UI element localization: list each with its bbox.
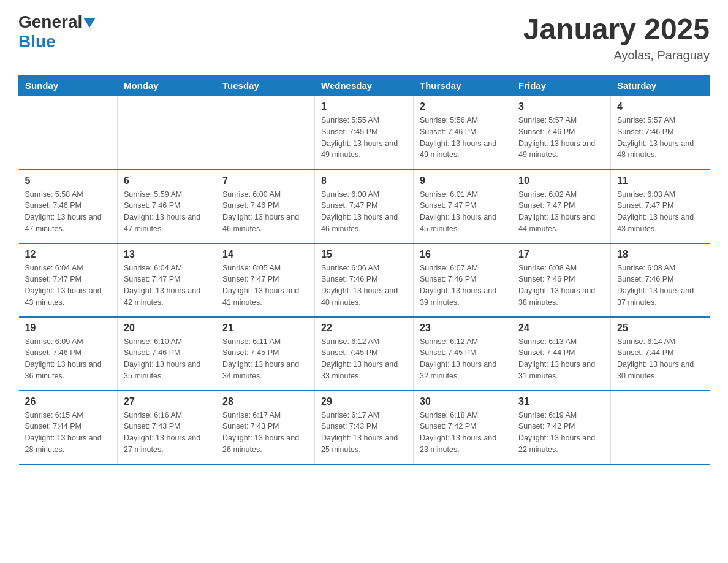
day-number: 26 (25, 396, 112, 407)
day-info: Sunrise: 5:57 AM Sunset: 7:46 PM Dayligh… (518, 115, 604, 161)
calendar-cell: 30Sunrise: 6:18 AM Sunset: 7:42 PM Dayli… (414, 391, 512, 464)
calendar-cell: 4Sunrise: 5:57 AM Sunset: 7:46 PM Daylig… (611, 96, 710, 170)
title-block: January 2025 Ayolas, Paraguay (523, 12, 710, 63)
calendar-cell: 15Sunrise: 6:06 AM Sunset: 7:46 PM Dayli… (315, 243, 414, 317)
calendar-cell: 26Sunrise: 6:15 AM Sunset: 7:44 PM Dayli… (19, 391, 118, 464)
header-sunday: Sunday (19, 75, 118, 96)
day-info: Sunrise: 6:03 AM Sunset: 7:47 PM Dayligh… (617, 189, 703, 235)
day-number: 7 (222, 175, 308, 186)
header-friday: Friday (512, 75, 611, 96)
calendar-cell: 25Sunrise: 6:14 AM Sunset: 7:44 PM Dayli… (611, 317, 710, 391)
header-saturday: Saturday (611, 75, 710, 96)
day-number: 18 (617, 249, 703, 260)
day-info: Sunrise: 6:08 AM Sunset: 7:46 PM Dayligh… (617, 262, 703, 308)
day-info: Sunrise: 6:01 AM Sunset: 7:47 PM Dayligh… (420, 189, 506, 235)
day-number: 27 (124, 396, 210, 407)
day-number: 16 (420, 249, 506, 260)
day-info: Sunrise: 6:17 AM Sunset: 7:43 PM Dayligh… (222, 410, 308, 456)
day-info: Sunrise: 5:56 AM Sunset: 7:46 PM Dayligh… (420, 115, 506, 161)
page-header: General Blue January 2025 Ayolas, Paragu… (18, 12, 710, 63)
week-row-5: 26Sunrise: 6:15 AM Sunset: 7:44 PM Dayli… (19, 391, 710, 464)
calendar-header-row: SundayMondayTuesdayWednesdayThursdayFrid… (19, 75, 710, 96)
day-info: Sunrise: 6:09 AM Sunset: 7:46 PM Dayligh… (25, 336, 112, 382)
calendar-cell: 8Sunrise: 6:00 AM Sunset: 7:47 PM Daylig… (315, 170, 414, 243)
day-info: Sunrise: 6:15 AM Sunset: 7:44 PM Dayligh… (25, 410, 112, 456)
calendar-cell: 24Sunrise: 6:13 AM Sunset: 7:44 PM Dayli… (512, 317, 611, 391)
day-number: 24 (518, 323, 604, 334)
day-info: Sunrise: 6:14 AM Sunset: 7:44 PM Dayligh… (617, 336, 703, 382)
header-wednesday: Wednesday (315, 75, 414, 96)
calendar-cell: 27Sunrise: 6:16 AM Sunset: 7:43 PM Dayli… (118, 391, 216, 464)
calendar-cell: 9Sunrise: 6:01 AM Sunset: 7:47 PM Daylig… (414, 170, 512, 243)
day-number: 21 (222, 323, 308, 334)
calendar-cell: 17Sunrise: 6:08 AM Sunset: 7:46 PM Dayli… (512, 243, 611, 317)
calendar-cell (118, 96, 216, 170)
day-number: 15 (321, 249, 407, 260)
day-number: 19 (25, 323, 112, 334)
day-info: Sunrise: 6:05 AM Sunset: 7:47 PM Dayligh… (222, 262, 308, 308)
day-info: Sunrise: 5:57 AM Sunset: 7:46 PM Dayligh… (617, 115, 703, 161)
day-number: 8 (321, 175, 407, 186)
day-number: 29 (321, 396, 407, 407)
calendar-cell: 6Sunrise: 5:59 AM Sunset: 7:46 PM Daylig… (118, 170, 216, 243)
day-info: Sunrise: 6:02 AM Sunset: 7:47 PM Dayligh… (518, 189, 604, 235)
day-number: 28 (222, 396, 308, 407)
calendar-cell: 22Sunrise: 6:12 AM Sunset: 7:45 PM Dayli… (315, 317, 414, 391)
calendar-cell: 31Sunrise: 6:19 AM Sunset: 7:42 PM Dayli… (512, 391, 611, 464)
day-info: Sunrise: 6:07 AM Sunset: 7:46 PM Dayligh… (420, 262, 506, 308)
day-info: Sunrise: 6:17 AM Sunset: 7:43 PM Dayligh… (321, 410, 407, 456)
day-info: Sunrise: 6:12 AM Sunset: 7:45 PM Dayligh… (321, 336, 407, 382)
day-info: Sunrise: 6:11 AM Sunset: 7:45 PM Dayligh… (222, 336, 308, 382)
calendar-table: SundayMondayTuesdayWednesdayThursdayFrid… (18, 75, 710, 465)
week-row-3: 12Sunrise: 6:04 AM Sunset: 7:47 PM Dayli… (19, 243, 710, 317)
day-info: Sunrise: 6:10 AM Sunset: 7:46 PM Dayligh… (124, 336, 210, 382)
day-number: 13 (124, 249, 210, 260)
day-info: Sunrise: 6:04 AM Sunset: 7:47 PM Dayligh… (25, 262, 112, 308)
day-info: Sunrise: 6:06 AM Sunset: 7:46 PM Dayligh… (321, 262, 407, 308)
logo-general: General (18, 12, 82, 31)
day-number: 11 (617, 175, 703, 186)
week-row-1: 1Sunrise: 5:55 AM Sunset: 7:45 PM Daylig… (19, 96, 710, 170)
day-number: 30 (420, 396, 506, 407)
calendar-cell: 7Sunrise: 6:00 AM Sunset: 7:46 PM Daylig… (216, 170, 315, 243)
day-info: Sunrise: 6:00 AM Sunset: 7:47 PM Dayligh… (321, 189, 407, 235)
header-monday: Monday (118, 75, 216, 96)
day-number: 23 (420, 323, 506, 334)
calendar-cell: 11Sunrise: 6:03 AM Sunset: 7:47 PM Dayli… (611, 170, 710, 243)
day-info: Sunrise: 6:13 AM Sunset: 7:44 PM Dayligh… (518, 336, 604, 382)
calendar-cell: 18Sunrise: 6:08 AM Sunset: 7:46 PM Dayli… (611, 243, 710, 317)
calendar-cell: 13Sunrise: 6:04 AM Sunset: 7:47 PM Dayli… (118, 243, 216, 317)
week-row-2: 5Sunrise: 5:58 AM Sunset: 7:46 PM Daylig… (19, 170, 710, 243)
calendar-cell: 14Sunrise: 6:05 AM Sunset: 7:47 PM Dayli… (216, 243, 315, 317)
day-number: 17 (518, 249, 604, 260)
header-thursday: Thursday (414, 75, 512, 96)
header-tuesday: Tuesday (216, 75, 315, 96)
calendar-cell (19, 96, 118, 170)
calendar-cell: 1Sunrise: 5:55 AM Sunset: 7:45 PM Daylig… (315, 96, 414, 170)
calendar-cell (611, 391, 710, 464)
day-info: Sunrise: 6:18 AM Sunset: 7:42 PM Dayligh… (420, 410, 506, 456)
day-info: Sunrise: 5:55 AM Sunset: 7:45 PM Dayligh… (321, 115, 407, 161)
day-info: Sunrise: 6:12 AM Sunset: 7:45 PM Dayligh… (420, 336, 506, 382)
day-number: 31 (518, 396, 604, 407)
day-info: Sunrise: 6:19 AM Sunset: 7:42 PM Dayligh… (518, 410, 604, 456)
day-number: 12 (25, 249, 112, 260)
calendar-cell (216, 96, 315, 170)
calendar-cell: 23Sunrise: 6:12 AM Sunset: 7:45 PM Dayli… (414, 317, 512, 391)
calendar-cell: 10Sunrise: 6:02 AM Sunset: 7:47 PM Dayli… (512, 170, 611, 243)
logo-blue: Blue (18, 32, 56, 51)
day-number: 1 (321, 101, 407, 112)
calendar-cell: 2Sunrise: 5:56 AM Sunset: 7:46 PM Daylig… (414, 96, 512, 170)
day-info: Sunrise: 5:58 AM Sunset: 7:46 PM Dayligh… (25, 189, 112, 235)
location-title: Ayolas, Paraguay (523, 48, 710, 63)
calendar-cell: 28Sunrise: 6:17 AM Sunset: 7:43 PM Dayli… (216, 391, 315, 464)
calendar-cell: 19Sunrise: 6:09 AM Sunset: 7:46 PM Dayli… (19, 317, 118, 391)
day-info: Sunrise: 6:08 AM Sunset: 7:46 PM Dayligh… (518, 262, 604, 308)
calendar-cell: 5Sunrise: 5:58 AM Sunset: 7:46 PM Daylig… (19, 170, 118, 243)
day-number: 14 (222, 249, 308, 260)
day-number: 2 (420, 101, 506, 112)
day-number: 9 (420, 175, 506, 186)
day-number: 20 (124, 323, 210, 334)
day-number: 6 (124, 175, 210, 186)
day-number: 10 (518, 175, 604, 186)
